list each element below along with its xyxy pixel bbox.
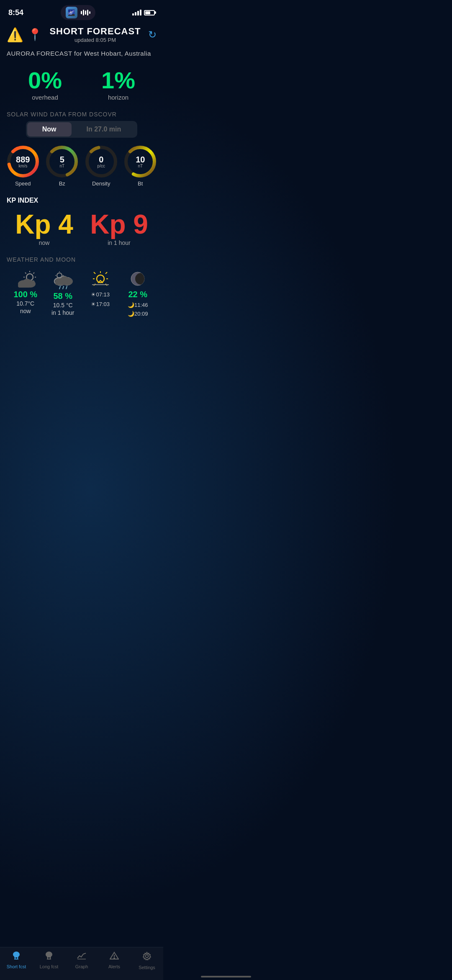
weather-moon: 22 % 🌙11:46 🌙20:09 [121, 270, 154, 319]
kp-now-item: Kp 4 now [15, 211, 73, 246]
overhead-item: 0% overhead [28, 69, 62, 101]
horizon-item: 1% horizon [101, 69, 135, 101]
toggle-container: Now In 27.0 min [26, 121, 137, 138]
cloud2-temp: 10.5 °C [46, 302, 80, 309]
warning-icon: ⚠️ [7, 27, 23, 43]
audio-wave [81, 10, 90, 15]
signal-icon [132, 10, 141, 15]
kp-later-item: Kp 9 in 1 hour [90, 211, 148, 246]
sunrise-time: ☀07:13 ☀17:03 [84, 290, 117, 309]
bz-gauge: 5 nT Bz [45, 144, 79, 187]
kp-section: KP INDEX Kp 4 now Kp 9 in 1 hour [0, 193, 163, 253]
svg-line-13 [25, 273, 26, 274]
weather-row: 100 % 10.7°C now [7, 270, 157, 319]
status-time: 8:54 [8, 8, 23, 17]
svg-point-35 [97, 275, 104, 283]
svg-point-46 [135, 273, 147, 285]
svg-line-33 [63, 286, 64, 289]
kp-now-value: Kp 4 [15, 211, 73, 238]
bz-gauge-container: 5 nT [45, 144, 79, 179]
density-gauge: 0 p/cc Density [84, 144, 118, 187]
status-right [132, 10, 155, 15]
kp-now-label: now [15, 239, 73, 246]
kp-later-value: Kp 9 [90, 211, 148, 238]
toggle-now-button[interactable]: Now [27, 122, 72, 136]
svg-rect-27 [55, 281, 69, 285]
weather-section-label: WEATHER AND MOON [7, 256, 157, 263]
kp-section-label: KP INDEX [7, 197, 157, 204]
speed-gauge-center: 889 km/s [16, 155, 30, 168]
bt-gauge: 10 nT Bt [123, 144, 157, 187]
weather-section: WEATHER AND MOON [0, 253, 163, 322]
svg-line-41 [105, 272, 107, 274]
svg-line-32 [59, 286, 60, 289]
kp-later-label: in 1 hour [90, 239, 148, 246]
svg-line-42 [94, 272, 95, 274]
speed-gauge-container: 889 km/s [6, 144, 40, 179]
bt-gauge-center: 10 nT [136, 155, 145, 168]
horizon-label: horizon [101, 94, 135, 101]
overhead-label: overhead [28, 94, 62, 101]
gauges-row: 889 km/s Speed [0, 144, 163, 193]
aurora-location: AURORA FORECAST for West Hobart, Austral… [0, 46, 163, 60]
header-title: SHORT FORECAST updated 8:05 PM [46, 26, 144, 43]
app-header: ⚠️ 📍 SHORT FORECAST updated 8:05 PM ↻ [0, 23, 163, 46]
toggle-later-button[interactable]: In 27.0 min [72, 122, 136, 136]
bz-gauge-center: 5 nT [59, 155, 64, 168]
status-bar: 8:54 🌌 [0, 0, 163, 23]
weather-cloud2: 58 % 10.5 °C in 1 hour [46, 270, 80, 316]
sunrise-icon [90, 270, 111, 288]
percentage-row: 0% overhead 1% horizon [0, 60, 163, 105]
cloud2-percent: 58 % [46, 291, 80, 301]
weather-sunrise: ☀07:13 ☀17:03 [84, 270, 117, 309]
location-icon: 📍 [28, 28, 42, 41]
cloud-sun-icon [15, 270, 36, 288]
svg-rect-20 [18, 284, 31, 288]
status-center: 🌌 [61, 5, 95, 20]
page-title: SHORT FORECAST [46, 26, 144, 37]
overhead-value: 0% [28, 69, 62, 92]
moon-percent: 22 % [121, 290, 154, 299]
solar-wind-label: SOLAR WIND DATA FROM DSCOVR [0, 105, 163, 121]
moon-times: 🌙11:46 🌙20:09 [121, 301, 154, 319]
cloud1-time: now [9, 308, 42, 314]
svg-line-15 [33, 273, 34, 274]
weather-cloud1: 100 % 10.7°C now [9, 270, 42, 314]
app-icon: 🌌 [66, 7, 77, 18]
cloud-rain-icon [52, 270, 74, 290]
svg-line-34 [66, 286, 67, 289]
moon-icon [128, 270, 147, 288]
speed-gauge: 889 km/s Speed [6, 144, 40, 187]
density-gauge-center: 0 p/cc [98, 155, 105, 168]
density-gauge-container: 0 p/cc [84, 144, 118, 179]
updated-time: updated 8:05 PM [46, 37, 144, 43]
cloud1-percent: 100 % [9, 290, 42, 299]
kp-row: Kp 4 now Kp 9 in 1 hour [7, 211, 157, 246]
refresh-button[interactable]: ↻ [148, 29, 157, 41]
horizon-value: 1% [101, 69, 135, 92]
cloud2-time: in 1 hour [46, 309, 80, 316]
cloud1-temp: 10.7°C [9, 300, 42, 307]
battery-icon [144, 10, 155, 15]
bt-gauge-container: 10 nT [123, 144, 157, 179]
